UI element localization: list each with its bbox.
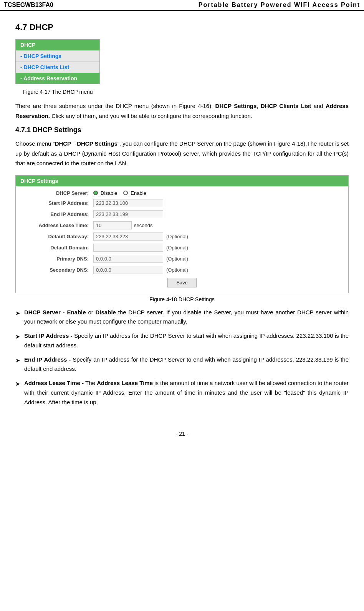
- domain-label: Default Domain:: [23, 245, 89, 251]
- intro-text2: ,: [256, 103, 260, 109]
- radio-disable-dot: [93, 191, 98, 195]
- subsection-body: Choose menu “DHCP→DHCP Settings”, you ca…: [15, 139, 349, 168]
- start-ip-label: Start IP Address:: [23, 200, 89, 206]
- lease-time-input[interactable]: [93, 221, 132, 229]
- bullet-start-ip-text: Start IP Address - Specify an IP address…: [24, 331, 349, 350]
- figure17-caption: Figure 4-17 The DHCP menu: [23, 89, 349, 95]
- lease-time-unit: seconds: [134, 222, 152, 228]
- bullet-dhcp-server: ➤ DHCP Server - Enable or Disable the DH…: [15, 308, 349, 327]
- menu-address-reservation[interactable]: - Address Reservation: [16, 73, 99, 84]
- subsection-title: 4.7.1 DHCP Settings: [15, 126, 349, 134]
- intro-bold1: DHCP Settings: [215, 103, 257, 109]
- bullet-dhcp-server-text: DHCP Server - Enable or Disable the DHCP…: [24, 308, 349, 327]
- menu-dhcp[interactable]: DHCP: [16, 40, 99, 50]
- end-ip-label: End IP Address:: [23, 211, 89, 217]
- radio-enable[interactable]: Enable: [123, 190, 146, 196]
- bullet-start-ip: ➤ Start IP Address - Specify an IP addre…: [15, 331, 349, 350]
- bullet-arrow-4: ➤: [15, 379, 20, 389]
- lease-time-label: Address Lease Time:: [23, 222, 89, 228]
- main-content: 4.7 DHCP DHCP - DHCP Settings - DHCP Cli…: [0, 18, 364, 419]
- primary-dns-input[interactable]: [93, 255, 163, 263]
- dhcp-settings-panel: DHCP Settings DHCP Server: Disable Enabl…: [15, 175, 349, 293]
- bullet-lease-time: ➤ Address Lease Time - The Address Lease…: [15, 379, 349, 407]
- save-button[interactable]: Save: [167, 278, 197, 287]
- bullet-section: ➤ DHCP Server - Enable or Disable the DH…: [15, 308, 349, 407]
- secondary-dns-input[interactable]: [93, 266, 163, 274]
- primary-dns-label: Primary DNS:: [23, 256, 89, 262]
- radio-enable-label: Enable: [131, 190, 146, 196]
- settings-panel-body: DHCP Server: Disable Enable Start IP Add…: [16, 186, 348, 293]
- dhcp-server-row: DHCP Server: Disable Enable: [23, 190, 341, 196]
- dhcp-server-radio: Disable Enable: [93, 190, 146, 196]
- section-title: 4.7 DHCP: [15, 22, 349, 32]
- secondary-dns-label: Secondary DNS:: [23, 267, 89, 273]
- intro-text1: There are three submenus under the DHCP …: [15, 103, 215, 109]
- dhcp-menu-box: DHCP - DHCP Settings - DHCP Clients List…: [15, 39, 100, 84]
- figure18-caption: Figure 4-18 DHCP Settings: [15, 296, 349, 302]
- save-row: Save: [23, 278, 341, 287]
- start-ip-input[interactable]: [93, 199, 163, 207]
- intro-text3: and: [311, 103, 326, 109]
- bullet-end-ip: ➤ End IP Address - Specify an IP address…: [15, 355, 349, 374]
- lease-time-row: Address Lease Time: seconds: [23, 221, 341, 229]
- domain-optional: (Optional): [166, 245, 188, 251]
- gateway-input[interactable]: [93, 232, 163, 241]
- page-number: - 21 -: [176, 431, 189, 437]
- product-title: Portable Battery Powered WIFI Access Poi…: [199, 2, 360, 8]
- radio-disable-label: Disable: [101, 190, 117, 196]
- bullet-arrow-3: ➤: [15, 356, 20, 365]
- gateway-label: Default Gateway:: [23, 234, 89, 239]
- dhcp-server-label: DHCP Server:: [23, 190, 89, 196]
- end-ip-row: End IP Address:: [23, 210, 341, 218]
- intro-paragraph: There are three submenus under the DHCP …: [15, 101, 349, 121]
- intro-bold2: DHCP Clients List: [261, 103, 311, 109]
- secondary-dns-row: Secondary DNS: (Optional): [23, 266, 341, 274]
- bullet-arrow-2: ➤: [15, 332, 20, 342]
- primary-dns-row: Primary DNS: (Optional): [23, 255, 341, 263]
- primary-dns-optional: (Optional): [166, 256, 188, 262]
- menu-dhcp-clients[interactable]: - DHCP Clients List: [16, 61, 99, 73]
- domain-input[interactable]: [93, 244, 163, 252]
- gateway-row: Default Gateway: (Optional): [23, 232, 341, 241]
- settings-panel-header: DHCP Settings: [16, 176, 348, 186]
- model-number: TCSEGWB13FA0: [4, 2, 53, 8]
- menu-dhcp-settings[interactable]: - DHCP Settings: [16, 50, 99, 61]
- start-ip-row: Start IP Address:: [23, 199, 341, 207]
- page-header: TCSEGWB13FA0 Portable Battery Powered WI…: [0, 0, 364, 11]
- page-footer: - 21 -: [0, 431, 364, 441]
- bullet-end-ip-text: End IP Address - Specify an IP address f…: [24, 355, 349, 374]
- intro-text4: Click any of them, and you will be able …: [50, 113, 252, 119]
- radio-enable-dot: [123, 191, 128, 195]
- radio-disable[interactable]: Disable: [93, 190, 117, 196]
- end-ip-input[interactable]: [93, 210, 163, 218]
- bullet-lease-time-text: Address Lease Time - The Address Lease T…: [24, 379, 349, 407]
- gateway-optional: (Optional): [166, 234, 188, 239]
- secondary-dns-optional: (Optional): [166, 267, 188, 273]
- bullet-arrow-1: ➤: [15, 309, 20, 318]
- domain-row: Default Domain: (Optional): [23, 244, 341, 252]
